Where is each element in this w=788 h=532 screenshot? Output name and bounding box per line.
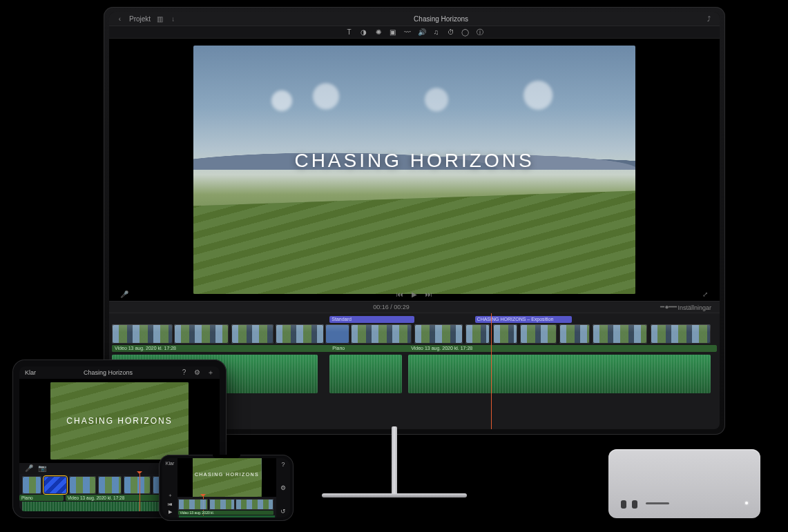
help-icon[interactable]: ? [281, 461, 285, 468]
preview-canvas[interactable]: CHASING HORIZONS [193, 458, 262, 497]
share-icon[interactable]: ⤴ [705, 15, 713, 23]
iphone-timeline[interactable]: Video 13 aug. 2020 kl. [177, 497, 276, 518]
playhead[interactable] [140, 474, 140, 511]
imovie-iphone-window: Klar ＋ ⏮ ▶ CHASING HORIZONS Video 13 aug… [162, 458, 290, 518]
clip-meta: Piano [19, 495, 64, 501]
title-overlay: CHASING HORIZONS [193, 150, 635, 172]
audio-track[interactable] [179, 515, 275, 518]
add-icon[interactable]: ＋ [206, 369, 214, 377]
mac-adjust-toolbar: T ◑ ✺ ▣ 〰 🔊 ♫ ⏱ ◯ ⓘ [109, 26, 720, 39]
ipad-preview-viewer: CHASING HORIZONS [19, 379, 220, 463]
speed-icon[interactable]: ⏱ [447, 28, 454, 36]
title-segment[interactable]: CHASING HORIZONS – Exposition [475, 316, 572, 323]
video-clip[interactable] [351, 324, 412, 344]
window-title: Chasing Horizons [414, 15, 468, 23]
mac-top-toolbar: ‹ Projekt ▥ ↓ Chasing Horizons ⤴ [109, 12, 720, 26]
clip-meta: Piano [329, 345, 402, 352]
video-clip[interactable] [236, 499, 273, 510]
power-led [745, 502, 748, 504]
timecode-readout: 00:16 / 00:29 [373, 304, 410, 311]
usb-c-port [632, 500, 637, 509]
settings-icon[interactable]: ⚙ [280, 484, 286, 491]
video-clip[interactable] [98, 476, 122, 494]
clip-meta: Video 13 aug. 2020 kl. [178, 511, 273, 515]
video-clip[interactable] [559, 324, 590, 344]
video-clip[interactable] [112, 324, 173, 344]
library-icon[interactable]: ▥ [156, 15, 164, 23]
video-clip[interactable] [22, 476, 41, 494]
mac-preview-viewer: CHASING HORIZONS 🎤 ⏮ ▶ ⏭ ⤢ [109, 39, 720, 301]
crop-icon[interactable]: ▣ [389, 28, 396, 36]
video-clip[interactable] [325, 324, 349, 344]
color-correct-icon[interactable]: ✺ [374, 28, 382, 36]
info-icon[interactable]: ⓘ [476, 28, 483, 36]
iphone-device: Klar ＋ ⏮ ▶ CHASING HORIZONS Video 13 aug… [159, 455, 294, 521]
camera-icon[interactable]: 📷 [38, 465, 46, 473]
sd-card-slot [646, 502, 669, 504]
video-clip[interactable] [520, 324, 557, 344]
undo-icon[interactable]: ↺ [280, 508, 286, 515]
color-balance-icon[interactable]: ◑ [360, 28, 367, 36]
video-clip[interactable] [231, 324, 273, 344]
chevron-left-icon[interactable]: ‹ [116, 15, 124, 23]
stabilize-icon[interactable]: 〰 [403, 28, 411, 36]
done-button[interactable]: Klar [25, 369, 36, 376]
video-clip[interactable] [493, 324, 517, 344]
video-clip[interactable] [414, 324, 463, 344]
video-clip[interactable] [276, 324, 324, 344]
volume-icon[interactable]: 🔊 [418, 28, 425, 36]
back-label[interactable]: Projekt [129, 15, 151, 23]
usb-c-port [621, 500, 626, 509]
fullscreen-icon[interactable]: ⤢ [701, 290, 709, 298]
audio-segment[interactable] [408, 355, 711, 393]
timecode-bar: 00:16 / 00:29 ━●━━ Inställningar [109, 301, 720, 313]
preview-canvas[interactable]: CHASING HORIZONS [193, 46, 635, 294]
audio-segment[interactable] [329, 355, 402, 393]
iphone-preview-viewer: CHASING HORIZONS [177, 458, 276, 497]
done-button[interactable]: Klar [166, 461, 174, 466]
monitor-foot [322, 493, 467, 497]
zoom-slider[interactable]: ━●━━ [665, 304, 673, 311]
voiceover-icon[interactable]: 🎤 [120, 290, 128, 298]
voiceover-icon[interactable]: 🎤 [25, 465, 32, 473]
settings-label[interactable]: Inställningar [678, 304, 711, 311]
noise-icon[interactable]: ♫ [432, 28, 440, 36]
video-clip[interactable] [174, 324, 229, 344]
playhead[interactable] [491, 313, 492, 429]
skip-back-icon[interactable]: ⏮ [168, 502, 173, 506]
import-icon[interactable]: ↓ [169, 15, 177, 23]
title-segment[interactable]: Standard [329, 316, 414, 323]
preview-canvas[interactable]: CHASING HORIZONS [50, 382, 189, 460]
video-track[interactable]: StandardCHASING HORIZONS – Exposition Vi… [112, 316, 717, 344]
settings-icon[interactable]: ⚙ [193, 369, 201, 377]
clip-meta: Video 13 aug. 2020 kl. 17:28 [112, 345, 318, 352]
window-title: Chasing Horizons [84, 369, 133, 376]
help-icon[interactable]: ? [180, 369, 188, 377]
video-clip[interactable] [209, 499, 235, 510]
play-icon[interactable]: ▶ [169, 509, 172, 515]
next-frame-icon[interactable]: ⏭ [425, 290, 433, 298]
title-overlay: CHASING HORIZONS [193, 472, 262, 477]
video-clip[interactable] [593, 324, 647, 344]
video-clip[interactable] [44, 476, 67, 494]
title-overlay: CHASING HORIZONS [50, 416, 189, 426]
video-clip[interactable] [465, 324, 490, 344]
video-clip[interactable] [124, 476, 151, 494]
video-clip[interactable] [651, 324, 711, 344]
video-clip[interactable] [69, 476, 96, 494]
mac-studio-device [608, 449, 760, 518]
filter-icon[interactable]: ◯ [461, 28, 469, 36]
prev-frame-icon[interactable]: ⏮ [396, 290, 404, 298]
titles-icon[interactable]: T [345, 28, 353, 36]
monitor-stand [392, 426, 397, 495]
add-icon[interactable]: ＋ [168, 492, 173, 499]
clip-meta: Video 13 aug. 2020 kl. 17:28 [408, 345, 553, 352]
video-clip[interactable] [178, 499, 208, 510]
play-icon[interactable]: ▶ [411, 290, 419, 298]
